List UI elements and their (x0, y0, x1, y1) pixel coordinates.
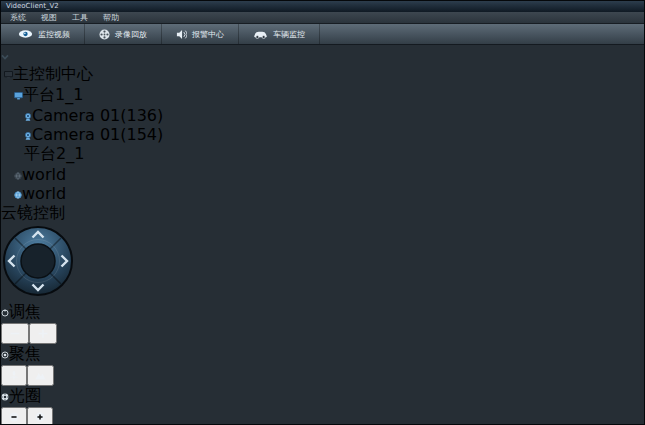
camera-icon (24, 132, 32, 140)
iris-close-button[interactable] (1, 407, 27, 425)
menu-item-4[interactable]: 帮助 (103, 12, 119, 23)
film-icon (99, 29, 110, 40)
car-icon (253, 30, 268, 39)
minus-button[interactable] (1, 323, 29, 344)
tree-node-4[interactable]: Camera 01(154) (1, 125, 644, 144)
menu-item-2[interactable]: 视图 (41, 12, 57, 23)
tree-node-2[interactable]: 平台1_1 (1, 85, 644, 106)
device-tree: 主控制中心平台1_1Camera 01(136)Camera 01(154)平台… (1, 64, 644, 203)
nav-tab-2[interactable]: 录像回放 (85, 24, 162, 44)
platform-icon (14, 92, 23, 100)
camera-icon (24, 113, 32, 121)
globe-dark-icon (14, 172, 22, 180)
ptz-control-row-2: 聚焦 (1, 344, 644, 386)
globe-blue-icon (14, 191, 22, 199)
tree-node-label: 平台2_1 (24, 144, 84, 163)
tree-node-label: Camera 01(154) (32, 125, 163, 144)
nav-tab-label: 车辆监控 (273, 29, 305, 40)
nav-tab-3[interactable]: 报警中心 (162, 24, 239, 44)
focus-dial-icon (1, 351, 9, 359)
tree-node-label: Camera 01(136) (32, 106, 163, 125)
menu-item-3[interactable]: 工具 (72, 12, 88, 23)
tree-node-label: world (22, 184, 66, 203)
minus-icon (9, 329, 21, 338)
ptz-control-label: 光圈 (1, 386, 644, 407)
nav-tab-4[interactable]: 车辆监控 (239, 24, 320, 44)
menu-item-1[interactable]: 系统 (10, 12, 26, 23)
iris-dial-icon (1, 393, 9, 401)
focus-near-button[interactable] (1, 365, 27, 386)
ptz-control-row-3: 光圈 (1, 386, 644, 425)
ptz-dpad-icon[interactable] (1, 224, 75, 298)
iris-close-icon (9, 412, 19, 422)
tree-node-7[interactable]: world (1, 184, 644, 203)
focus-far-button[interactable] (27, 365, 54, 386)
speaker-icon (176, 29, 187, 40)
sidebar: 主控制中心平台1_1Camera 01(136)Camera 01(154)平台… (1, 45, 644, 425)
control-center-icon (4, 71, 13, 79)
ptz-control-label: 聚焦 (1, 344, 644, 365)
ptz-control-label: 调焦 (1, 302, 644, 323)
focus-near-icon (9, 370, 19, 380)
tree-node-6[interactable]: world (1, 165, 644, 184)
ptz-panel-header: 云镜控制 (1, 203, 644, 224)
window-title: VideoClient_V2 (6, 2, 59, 10)
iris-open-button[interactable] (27, 407, 53, 425)
combo-dropdown-button[interactable] (1, 45, 644, 64)
menu-bar: 系统视图工具帮助 (1, 12, 644, 24)
tree-node-label: world (22, 165, 66, 184)
tree-node-label: 主控制中心 (13, 64, 93, 83)
nav-tab-label: 监控视频 (38, 29, 70, 40)
zoom-dial-icon (1, 309, 9, 317)
focus-far-icon (35, 370, 46, 380)
ptz-panel: 调焦聚焦光圈灯光 (1, 224, 644, 425)
ptz-control-row-1: 调焦 (1, 302, 644, 344)
ptz-dpad[interactable] (1, 224, 644, 302)
nav-tab-label: 录像回放 (115, 29, 147, 40)
main-nav-tabs: 监控视频录像回放报警中心车辆监控 (1, 24, 644, 45)
device-combobox[interactable] (1, 45, 644, 64)
title-bar: VideoClient_V2 (1, 1, 644, 12)
eye-icon (18, 30, 33, 38)
nav-tab-label: 报警中心 (192, 29, 224, 40)
iris-open-icon (35, 412, 45, 422)
tree-node-1[interactable]: 主控制中心 (1, 64, 644, 85)
chevron-down-icon (1, 54, 9, 60)
tree-node-5[interactable]: 平台2_1 (1, 144, 644, 165)
nav-tab-1[interactable]: 监控视频 (4, 24, 85, 44)
app-window: VideoClient_V2 系统视图工具帮助 监控视频录像回放报警中心车辆监控… (0, 0, 645, 425)
plus-button[interactable] (29, 323, 57, 344)
tree-node-label: 平台1_1 (23, 85, 83, 104)
tree-node-3[interactable]: Camera 01(136) (1, 106, 644, 125)
plus-icon (37, 329, 49, 338)
